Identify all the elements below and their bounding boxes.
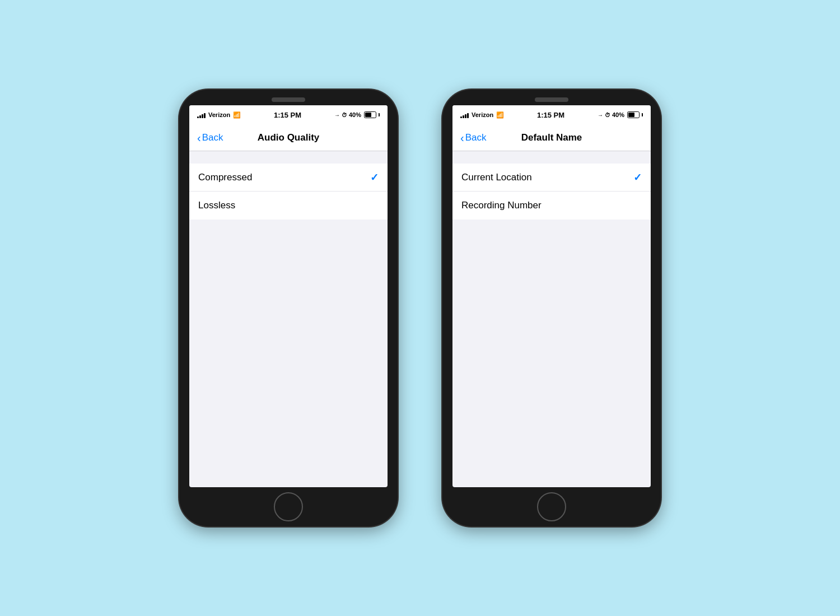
phone-screen-2: Verizon 📶 1:15 PM → ⏱ 40% ‹ Back Default…	[452, 105, 651, 487]
signal-bar-3	[202, 114, 203, 118]
speaker-grille-2	[535, 97, 568, 102]
time-1: 1:15 PM	[274, 111, 301, 119]
back-chevron-icon-1: ‹	[197, 132, 201, 143]
back-chevron-icon-2: ‹	[460, 132, 464, 143]
nav-bar-1: ‹ Back Audio Quality	[189, 124, 388, 151]
battery-fill-2	[628, 113, 634, 117]
status-bar-2: Verizon 📶 1:15 PM → ⏱ 40%	[452, 105, 651, 124]
list-item-recording-number[interactable]: Recording Number	[452, 192, 651, 220]
location-icon-1: →	[334, 112, 340, 118]
back-button-2[interactable]: ‹ Back	[460, 132, 486, 143]
list-item-current-location[interactable]: Current Location ✓	[452, 164, 651, 192]
checkmark-compressed: ✓	[370, 171, 379, 184]
signal-bar-2-2	[463, 115, 464, 118]
status-left-2: Verizon 📶	[460, 111, 504, 119]
page-title-1: Audio Quality	[258, 132, 320, 143]
alarm-icon-2: ⏱	[605, 112, 610, 118]
section-gap-top-1	[189, 151, 388, 164]
phone-default-name: Verizon 📶 1:15 PM → ⏱ 40% ‹ Back Default…	[442, 90, 661, 526]
signal-bar-2-3	[465, 114, 466, 118]
list-item-label-compressed: Compressed	[198, 172, 252, 183]
battery-fill-1	[365, 113, 371, 117]
checkmark-current-location: ✓	[633, 171, 642, 184]
wifi-icon-1: 📶	[233, 111, 241, 119]
content-area-2: Current Location ✓ Recording Number	[452, 151, 651, 487]
status-bar-1: Verizon 📶 1:15 PM → ⏱ 40%	[189, 105, 388, 124]
content-area-1: Compressed ✓ Lossless	[189, 151, 388, 487]
carrier-label-2: Verizon	[472, 111, 493, 118]
page-title-2: Default Name	[521, 132, 582, 143]
phone-screen-1: Verizon 📶 1:15 PM → ⏱ 40% ‹ Back Audio Q…	[189, 105, 388, 487]
wifi-icon-2: 📶	[496, 111, 504, 119]
battery-icon-2	[627, 111, 640, 118]
signal-bars-2	[460, 112, 469, 118]
nav-bar-2: ‹ Back Default Name	[452, 124, 651, 151]
status-right-2: → ⏱ 40%	[598, 111, 643, 118]
carrier-label-1: Verizon	[208, 111, 230, 118]
signal-bar-2-4	[467, 113, 469, 118]
battery-tip-1	[379, 113, 380, 116]
signal-bars-1	[197, 112, 206, 118]
list-item-label-current-location: Current Location	[461, 172, 532, 183]
speaker-grille	[272, 97, 305, 102]
phone-bottom-1	[274, 487, 303, 526]
list-item-lossless[interactable]: Lossless	[189, 192, 388, 220]
battery-tip-2	[642, 113, 643, 116]
location-icon-2: →	[598, 112, 603, 118]
list-section-1: Compressed ✓ Lossless	[189, 164, 388, 220]
battery-percent-1: 40%	[349, 111, 361, 118]
home-button-2[interactable]	[537, 492, 566, 521]
phone-bottom-2	[537, 487, 566, 526]
section-gap-top-2	[452, 151, 651, 164]
alarm-icon-1: ⏱	[342, 112, 347, 118]
back-label-2: Back	[465, 132, 487, 143]
list-item-compressed[interactable]: Compressed ✓	[189, 164, 388, 192]
back-button-1[interactable]: ‹ Back	[197, 132, 223, 143]
signal-bar-2-1	[460, 116, 462, 118]
back-label-1: Back	[202, 132, 223, 143]
battery-percent-2: 40%	[612, 111, 624, 118]
time-2: 1:15 PM	[537, 111, 564, 119]
status-right-1: → ⏱ 40%	[334, 111, 380, 118]
list-item-label-lossless: Lossless	[198, 200, 235, 211]
signal-bar-4	[204, 113, 206, 118]
status-left-1: Verizon 📶	[197, 111, 241, 119]
signal-bar-2	[199, 115, 201, 118]
list-section-2: Current Location ✓ Recording Number	[452, 164, 651, 220]
home-button-1[interactable]	[274, 492, 303, 521]
signal-bar-1	[197, 116, 199, 118]
list-item-label-recording-number: Recording Number	[461, 200, 542, 211]
battery-icon-1	[364, 111, 376, 118]
phone-audio-quality: Verizon 📶 1:15 PM → ⏱ 40% ‹ Back Audio Q…	[179, 90, 398, 526]
